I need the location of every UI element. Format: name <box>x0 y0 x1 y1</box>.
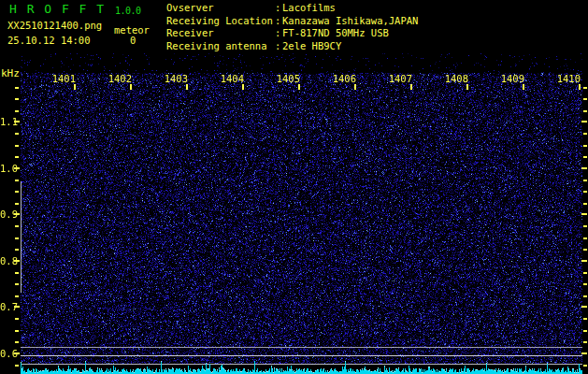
freq-major-tick-left <box>14 213 20 215</box>
freq-minor-tick-left <box>15 237 19 239</box>
location-label: Receiving Location <box>166 15 275 26</box>
freq-major-tick-left <box>14 260 20 262</box>
colon: : <box>275 27 282 38</box>
colon: : <box>275 15 282 26</box>
freq-minor-tick-left <box>15 110 19 112</box>
observer-label: Ovserver <box>166 2 275 13</box>
hrofft-window: H R O F F T 1.0.0 XX2510121400.png meteo… <box>0 0 588 374</box>
app-version: 1.0.0 <box>115 6 141 16</box>
location-value: Kanazawa Ishikawa,JAPAN <box>282 15 418 26</box>
freq-tick-label: 1.0 <box>0 163 13 174</box>
freq-minor-tick-left <box>15 191 19 193</box>
antenna-label: Receiving antenna <box>166 40 275 51</box>
freq-minor-tick-right <box>583 318 587 320</box>
freq-minor-tick-left <box>15 98 19 100</box>
freq-minor-tick-right <box>583 341 587 343</box>
meteor-count: 0 <box>130 36 136 47</box>
freq-minor-tick-left <box>15 330 19 332</box>
freq-minor-tick-right <box>583 98 587 100</box>
freq-major-tick-left <box>14 352 20 354</box>
freq-minor-tick-left <box>15 341 19 343</box>
freq-minor-tick-right <box>583 110 587 112</box>
freq-minor-tick-right <box>583 225 587 227</box>
freq-tick-label: 0.6 <box>0 348 13 359</box>
freq-minor-tick-left <box>15 318 19 320</box>
khz-unit-label: kHz <box>1 68 20 79</box>
freq-tick-label: 0.9 <box>0 209 13 220</box>
freq-minor-tick-left <box>15 133 19 135</box>
datetime-label: 25.10.12 14:00 <box>7 36 91 47</box>
freq-minor-tick-left <box>15 156 19 158</box>
freq-minor-tick-right <box>583 145 587 147</box>
station-info: Ovserver:Lacofilms Receiving Location:Ka… <box>166 2 418 52</box>
freq-minor-tick-right <box>583 283 587 285</box>
freq-minor-tick-right <box>583 237 587 239</box>
freq-minor-tick-left <box>15 295 19 297</box>
colon: : <box>275 2 282 13</box>
freq-minor-tick-right <box>583 249 587 251</box>
receiver-value: FT-817ND 50MHz USB <box>282 27 389 38</box>
freq-minor-tick-left <box>15 249 19 251</box>
colon: : <box>275 40 282 51</box>
freq-minor-tick-left <box>15 145 19 147</box>
antenna-row: Receiving antenna:2ele HB9CY <box>166 40 418 53</box>
freq-tick-label: 0.7 <box>0 301 13 312</box>
freq-minor-tick-right <box>583 330 587 332</box>
freq-minor-tick-left <box>15 87 19 89</box>
freq-minor-tick-left <box>15 283 19 285</box>
freq-minor-tick-left <box>15 272 19 274</box>
freq-minor-tick-left <box>15 180 19 181</box>
freq-minor-tick-right <box>583 295 587 297</box>
freq-minor-tick-right <box>583 365 587 367</box>
spectrogram-canvas <box>21 53 582 374</box>
freq-tick-label: 1.1 <box>0 116 13 127</box>
freq-minor-tick-right <box>583 191 587 193</box>
freq-minor-tick-left <box>15 225 19 227</box>
freq-minor-tick-right <box>583 203 587 205</box>
freq-minor-tick-right <box>583 272 587 274</box>
freq-minor-tick-right <box>583 133 587 135</box>
freq-tick-label: 0.8 <box>0 255 13 266</box>
freq-minor-tick-left <box>15 365 19 367</box>
freq-minor-tick-right <box>583 87 587 89</box>
app-title: H R O F F T <box>9 3 106 16</box>
freq-minor-tick-right <box>583 156 587 158</box>
freq-minor-tick-left <box>15 203 19 205</box>
output-filename: XX2510121400.png <box>7 21 102 32</box>
receiver-row: Receiver:FT-817ND 50MHz USB <box>166 27 418 40</box>
receiver-label: Receiver <box>166 27 275 38</box>
freq-major-tick-left <box>14 306 20 308</box>
observer-value: Lacofilms <box>282 2 336 13</box>
antenna-value: 2ele HB9CY <box>282 40 341 51</box>
freq-major-tick-left <box>14 167 20 169</box>
location-row: Receiving Location:Kanazawa Ishikawa,JAP… <box>166 15 418 28</box>
observer-row: Ovserver:Lacofilms <box>166 2 418 15</box>
freq-major-tick-left <box>14 121 20 122</box>
freq-minor-tick-right <box>583 180 587 181</box>
